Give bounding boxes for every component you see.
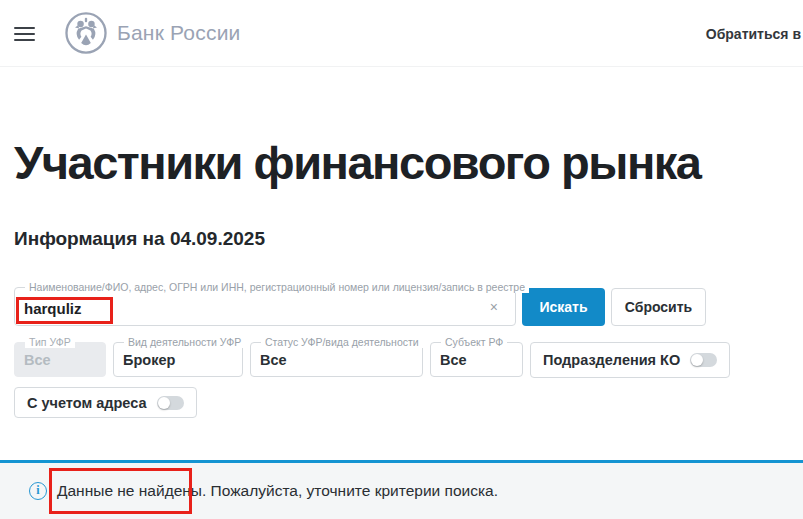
filter-activity-ufr-label: Вид деятельности УФР — [124, 337, 245, 348]
reset-button[interactable]: Сбросить — [611, 288, 706, 326]
toggle-divisions-ko[interactable]: Подразделения КО — [530, 342, 730, 378]
toggle-with-address-label: С учетом адреса — [27, 395, 147, 411]
filter-subject-rf[interactable]: Субъект РФ Все — [430, 342, 523, 377]
info-date: Информация на 04.09.2025 — [14, 228, 789, 250]
address-row: С учетом адреса — [14, 387, 789, 418]
filter-subject-rf-label: Субъект РФ — [441, 337, 507, 348]
bank-eagle-icon — [65, 12, 107, 54]
notice-text: Данные не найдены. Пожалуйста, уточните … — [57, 482, 498, 500]
menu-icon[interactable] — [14, 23, 35, 45]
toggle-switch-icon[interactable] — [690, 353, 717, 367]
search-form: Наименование/ФИО, адрес, ОГРН или ИНН, р… — [14, 287, 789, 418]
notice-highlight: Данные не найдены. — [57, 482, 206, 499]
filter-tip-ufr-label: Тип УФР — [25, 337, 75, 348]
contact-bank-link[interactable]: Обратиться в Б — [706, 26, 803, 42]
no-results-notice: i Данные не найдены. Пожалуйста, уточнит… — [0, 460, 803, 519]
search-field-label: Наименование/ФИО, адрес, ОГРН или ИНН, р… — [25, 282, 529, 293]
search-button[interactable]: Искать — [522, 288, 605, 326]
filter-status-ufr[interactable]: Статус УФР/вида деятельности Все — [250, 342, 423, 377]
search-input[interactable] — [15, 288, 455, 325]
filters-row: Тип УФР Все Вид деятельности УФР Брокер … — [14, 342, 789, 378]
clear-icon[interactable]: × — [490, 300, 498, 314]
filter-activity-ufr[interactable]: Вид деятельности УФР Брокер — [113, 342, 243, 377]
toggle-divisions-ko-label: Подразделения КО — [543, 352, 680, 368]
toggle-with-address[interactable]: С учетом адреса — [14, 387, 197, 418]
brand-name: Банк России — [117, 21, 241, 45]
search-field[interactable]: Наименование/ФИО, адрес, ОГРН или ИНН, р… — [14, 287, 516, 326]
search-row: Наименование/ФИО, адрес, ОГРН или ИНН, р… — [14, 287, 789, 326]
toggle-switch-icon[interactable] — [157, 396, 184, 410]
page-title: Участники финансового рынка — [14, 139, 789, 186]
bank-of-russia-logo[interactable]: Банк России — [65, 12, 241, 54]
notice-rest: Пожалуйста, уточните критерии поиска. — [206, 482, 498, 499]
header: Банк России Обратиться в Б — [0, 0, 803, 67]
info-circle-icon: i — [29, 482, 47, 500]
main-content: Участники финансового рынка Информация н… — [0, 139, 803, 418]
filter-tip-ufr: Тип УФР Все — [14, 342, 106, 377]
filter-status-ufr-label: Статус УФР/вида деятельности — [261, 337, 423, 348]
